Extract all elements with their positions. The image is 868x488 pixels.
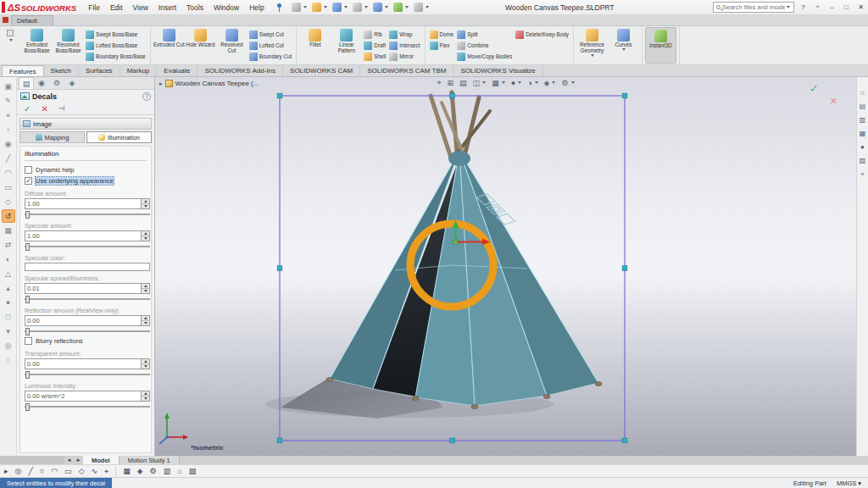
left-toolbar-icon[interactable]: □ bbox=[2, 310, 15, 324]
rectangle-tool-icon[interactable]: ▭ bbox=[64, 467, 72, 475]
filter-faces-icon[interactable]: ▦ bbox=[123, 467, 131, 475]
teepee-model[interactable] bbox=[326, 92, 602, 409]
spinner-buttons[interactable] bbox=[141, 284, 149, 293]
tab-model[interactable]: Model bbox=[83, 456, 120, 464]
swept-cut-button[interactable]: Swept Cut bbox=[248, 29, 294, 40]
linear-pattern-button[interactable]: Linear Pattern bbox=[331, 27, 362, 64]
maximize-button[interactable]: □ bbox=[841, 2, 852, 13]
left-toolbar-icon[interactable]: ╱ bbox=[2, 152, 15, 165]
circle-tool-icon[interactable]: ○ bbox=[40, 467, 44, 475]
luminous-intensity-input[interactable]: 0.00 w/srm^2 bbox=[25, 391, 150, 402]
close-button[interactable]: ✕ bbox=[855, 2, 866, 13]
delete-keep-body-button[interactable]: Delete/Keep Body bbox=[514, 29, 570, 40]
task-pane-custom-properties-icon[interactable]: ▧ bbox=[860, 157, 866, 164]
menu-help[interactable]: Help bbox=[244, 2, 269, 14]
tab-solidworks-cam[interactable]: SOLIDWORKS CAM bbox=[283, 65, 360, 76]
left-toolbar-icon[interactable]: ◉ bbox=[2, 137, 15, 151]
collapse-ribbon-button[interactable]: ^ bbox=[812, 2, 823, 13]
search-box[interactable] bbox=[713, 2, 794, 13]
combine-button[interactable]: Combine bbox=[455, 40, 514, 51]
blurry-reflections-checkbox[interactable]: Blurry reflections bbox=[25, 336, 147, 347]
boundary-boss-base-button[interactable]: Boundary Boss/Base bbox=[84, 51, 147, 62]
tab-solidworks-visualize[interactable]: SOLIDWORKS Visualize bbox=[453, 65, 542, 76]
feature-tree-flyout[interactable]: ▸ Wooden Canvas Teepee (... bbox=[159, 80, 259, 87]
tab-evaluate[interactable]: Evaluate bbox=[157, 65, 198, 76]
left-toolbar-icon[interactable]: ▣ bbox=[2, 80, 15, 93]
confirmation-cancel-button[interactable]: ✕ bbox=[830, 96, 837, 107]
specular-color-swatch[interactable] bbox=[25, 263, 150, 271]
mapping-tab[interactable]: Mapping bbox=[19, 131, 85, 143]
rib-button[interactable]: Rib bbox=[362, 29, 387, 40]
left-toolbar-icon[interactable]: ▾ bbox=[2, 324, 15, 338]
dynamic-help-checkbox[interactable]: Dynamic help bbox=[25, 164, 147, 175]
menu-file[interactable]: File bbox=[83, 2, 105, 14]
menu-edit[interactable]: Edit bbox=[105, 2, 128, 14]
reference-geometry-button[interactable]: Reference Geometry bbox=[576, 27, 608, 64]
reflection-amount-input[interactable]: 0.00 bbox=[25, 315, 150, 326]
ok-button[interactable]: ✓ bbox=[24, 104, 31, 114]
left-toolbar-icon[interactable]: ✎ bbox=[2, 94, 15, 108]
search-input[interactable] bbox=[722, 3, 785, 11]
zoom-area-button[interactable]: ⊞ bbox=[448, 79, 454, 87]
pin-menubar-icon[interactable] bbox=[275, 3, 284, 12]
qat-print-button[interactable] bbox=[352, 2, 369, 13]
tab-solidworks-add-ins[interactable]: SOLIDWORKS Add-Ins bbox=[198, 65, 283, 76]
left-toolbar-icon[interactable]: ◇ bbox=[2, 195, 15, 208]
left-toolbar-icon[interactable]: △ bbox=[2, 267, 15, 280]
dimension-tool-icon[interactable]: ⌖ bbox=[104, 467, 108, 476]
select-tool-icon[interactable]: ▸ bbox=[4, 467, 8, 475]
lofted-boss-base-button[interactable]: Lofted Boss/Base bbox=[84, 40, 147, 51]
specular-amount-input[interactable]: 1.00 bbox=[25, 230, 150, 241]
specular-amount-slider[interactable] bbox=[25, 243, 150, 251]
flex-button[interactable]: Flex bbox=[428, 40, 456, 51]
extruded-boss-base-button[interactable]: Extruded Boss/Base bbox=[21, 27, 53, 64]
spinner-buttons[interactable] bbox=[141, 391, 149, 401]
left-toolbar-icon[interactable]: ◎ bbox=[2, 339, 15, 352]
hide-show-items-button[interactable]: ◑ bbox=[527, 79, 537, 87]
qat-options-button[interactable] bbox=[413, 2, 430, 13]
filter-home-icon[interactable]: ⌂ bbox=[177, 467, 181, 475]
cancel-button[interactable]: ✕ bbox=[41, 104, 47, 114]
tab-solidworks-cam-tbm[interactable]: SOLIDWORKS CAM TBM bbox=[360, 65, 453, 76]
expand-caret-icon[interactable]: ▸ bbox=[159, 80, 163, 87]
left-toolbar-icon-active[interactable]: ↺ bbox=[2, 209, 15, 223]
menu-window[interactable]: Window bbox=[209, 2, 244, 14]
qat-open-button[interactable] bbox=[311, 2, 328, 13]
fillet-button[interactable]: Fillet bbox=[299, 27, 331, 64]
move-copy-bodies-button[interactable]: Move/Copy Bodies bbox=[455, 51, 514, 62]
tab-sketch[interactable]: Sketch bbox=[44, 65, 79, 76]
hole-wizard-button[interactable]: Hole Wizard bbox=[185, 27, 216, 64]
filter-edges-icon[interactable]: ◈ bbox=[137, 467, 143, 475]
left-toolbar-icon[interactable]: ⌖ bbox=[2, 108, 15, 122]
dome-button[interactable]: Dome bbox=[428, 29, 456, 40]
view-orientation-button[interactable]: ▦ bbox=[492, 79, 505, 87]
qat-rebuild-button[interactable] bbox=[392, 2, 409, 13]
left-toolbar-icon[interactable]: ● bbox=[2, 296, 15, 309]
configurationmanager-tab[interactable]: ◉ bbox=[34, 77, 49, 89]
previous-view-button[interactable]: ▤ bbox=[459, 79, 467, 87]
left-toolbar-icon[interactable]: ◐ bbox=[2, 252, 15, 266]
tab-motion-study-1[interactable]: Motion Study 1 bbox=[120, 456, 180, 464]
menu-insert[interactable]: Insert bbox=[153, 2, 181, 14]
qat-save-button[interactable] bbox=[331, 2, 348, 13]
tab-markup[interactable]: Markup bbox=[120, 65, 158, 76]
spinner-buttons[interactable] bbox=[141, 199, 149, 208]
task-pane-view-palette-icon[interactable]: ▦ bbox=[860, 130, 866, 137]
displaymanager-tab[interactable]: ◈ bbox=[64, 77, 80, 89]
menu-view[interactable]: View bbox=[128, 2, 153, 14]
image-group-header[interactable]: Image bbox=[19, 118, 152, 130]
qat-undo-button[interactable] bbox=[372, 2, 389, 13]
tab-scroll-left[interactable]: ◂ bbox=[64, 456, 74, 464]
illumination-section-header[interactable]: Illumination bbox=[25, 150, 147, 161]
spinner-buttons[interactable] bbox=[141, 231, 149, 241]
wrap-button[interactable]: Wrap bbox=[387, 29, 421, 40]
transparent-amount-slider[interactable] bbox=[25, 371, 150, 379]
task-pane-home-icon[interactable]: ⌂ bbox=[860, 89, 865, 97]
lofted-cut-button[interactable]: Lofted Cut bbox=[248, 40, 294, 51]
left-toolbar-icon[interactable]: ▦ bbox=[2, 224, 15, 237]
pin-button[interactable]: ⊣ bbox=[58, 104, 65, 113]
viewport[interactable]: ▸ Wooden Canvas Teepee (... ⌖ ⊞ ▤ ◫ ▦ ● … bbox=[155, 77, 856, 456]
specular-spread-slider[interactable] bbox=[25, 296, 150, 303]
shell-button[interactable]: Shell bbox=[362, 51, 387, 62]
dimxpert-tab[interactable]: ⚙ bbox=[49, 77, 64, 89]
